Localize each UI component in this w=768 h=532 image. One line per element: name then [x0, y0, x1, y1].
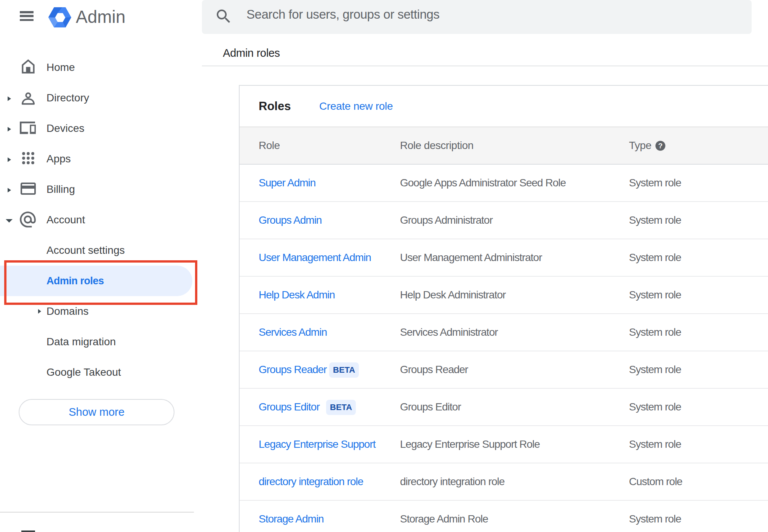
svg-text:?: ? — [658, 142, 663, 150]
